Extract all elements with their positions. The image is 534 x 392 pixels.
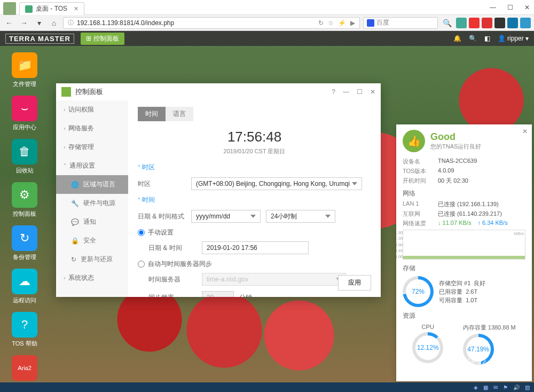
extensions xyxy=(456,18,531,28)
chevron-right-icon: › xyxy=(64,144,65,150)
sidebar-item-access[interactable]: ›访问权限 xyxy=(56,100,128,119)
sidebar-item-network[interactable]: ›网络服务 xyxy=(56,119,128,138)
topbar-app[interactable]: ⊞ 控制面板 xyxy=(81,33,124,45)
tray-icon[interactable]: ▦ xyxy=(483,385,488,390)
dash-close-icon[interactable]: ✕ xyxy=(522,128,528,135)
ext-icon-1[interactable] xyxy=(456,18,467,28)
heading-network: 网络 xyxy=(403,189,525,198)
topbar-app-label: 控制面板 xyxy=(93,34,119,43)
section-timezone[interactable]: 时区 xyxy=(138,163,371,172)
app-icon: ⌣ xyxy=(12,96,37,121)
icon-label: 备份管理 xyxy=(13,253,36,261)
window-maximize-icon[interactable]: ☐ xyxy=(506,4,514,11)
back-icon[interactable]: ← xyxy=(3,17,15,29)
sidebar-item-status[interactable]: ›系统状态 xyxy=(56,269,128,287)
forward-icon[interactable]: → xyxy=(18,17,30,29)
icon-label: 应用中心 xyxy=(13,123,36,131)
status-good: Good xyxy=(430,131,481,143)
timefmt-select[interactable]: 24小时制 xyxy=(266,210,335,223)
app-icon: 📁 xyxy=(12,52,37,78)
win-max-icon[interactable]: ☐ xyxy=(357,88,363,96)
flash-icon[interactable]: ⚡ xyxy=(338,19,346,27)
section-time[interactable]: 时间 xyxy=(138,195,371,205)
bell-icon[interactable]: 🔔 xyxy=(453,35,461,42)
tab-time[interactable]: 时间 xyxy=(138,107,166,121)
play-icon[interactable]: ▶ xyxy=(350,19,355,27)
datetime-input[interactable] xyxy=(202,241,309,254)
browser-tab[interactable]: 桌面 - TOS ✕ xyxy=(19,2,84,15)
lock-icon: 🔒 xyxy=(71,237,79,245)
window-close-icon[interactable]: ✕ xyxy=(523,4,531,11)
radio-auto[interactable] xyxy=(138,261,145,268)
app-icon: ↻ xyxy=(12,225,37,251)
tab-language[interactable]: 语言 xyxy=(166,107,193,121)
desktop-icon[interactable]: Aria2Aria2 xyxy=(7,355,42,382)
settings-sidebar: ›访问权限 ›网络服务 ›存储管理 ˅通用设置 🌐区域与语言 🔧硬件与电源 💬通… xyxy=(56,100,128,297)
upload-speed: ↑ 6.34 KB/s xyxy=(477,219,507,228)
label-timezone: 时区 xyxy=(138,179,186,189)
os-taskbar: ◈ ▦ ✉ ⚑ 🔊 ▧ xyxy=(0,382,534,392)
storage-ring: 72% xyxy=(403,276,434,307)
desktop-icon[interactable]: 🗑回收站 xyxy=(7,139,42,175)
datefmt-select[interactable]: yyyy/mm/dd xyxy=(191,210,261,223)
sidebar-sub-notify[interactable]: 💬通知 xyxy=(56,213,128,231)
help-icon[interactable]: ? xyxy=(332,88,335,96)
desktop-icon[interactable]: ⌣应用中心 xyxy=(7,96,42,131)
search-icon[interactable]: 🔍 xyxy=(441,17,453,29)
control-panel-window: 控制面板 ? — ☐ ✕ ›访问权限 ›网络服务 ›存储管理 ˅通用设置 🌐区域… xyxy=(56,83,381,297)
sidebar-sub-update[interactable]: ↻更新与还原 xyxy=(56,250,128,269)
tray-icon[interactable]: ◈ xyxy=(474,385,478,390)
star-icon[interactable]: ☆ xyxy=(328,19,334,27)
ext-icon-2[interactable] xyxy=(469,18,480,28)
sidebar-item-general[interactable]: ˅通用设置 xyxy=(56,156,128,175)
ext-icon-4[interactable] xyxy=(494,18,505,28)
url-bar[interactable]: ⓘ 192.168.1.139:8181/4.0/index.php ↻ ☆ ⚡… xyxy=(63,17,360,29)
desktop-icon[interactable]: 📁文件管理 xyxy=(7,52,42,88)
window-minimize-icon[interactable]: — xyxy=(489,4,497,11)
desktop-icon[interactable]: ?TOS 帮助 xyxy=(7,312,42,348)
internet-status: 已连接 (61.140.239.217) xyxy=(438,210,525,218)
search-top-icon[interactable]: 🔍 xyxy=(469,35,477,42)
ext-icon-3[interactable] xyxy=(482,18,492,28)
window-title-bar[interactable]: 控制面板 ? — ☐ ✕ xyxy=(56,83,381,100)
apply-button[interactable]: 应用 xyxy=(338,275,371,291)
app-icon: Aria2 xyxy=(12,355,37,381)
tray-icon[interactable]: ✉ xyxy=(493,385,498,390)
search-bar[interactable]: 百度 xyxy=(363,17,438,29)
win-close-icon[interactable]: ✕ xyxy=(370,88,375,96)
device-name: TNAS-2CC639 xyxy=(438,158,525,166)
browser-avatar xyxy=(3,2,16,15)
thumbs-up-icon: 👍 xyxy=(403,130,425,152)
icon-label: 远程访问 xyxy=(13,296,36,304)
win-min-icon[interactable]: — xyxy=(343,88,349,96)
tray-icon[interactable]: 🔊 xyxy=(513,385,520,390)
desktop-icon[interactable]: ⚙控制面板 xyxy=(7,182,42,218)
chevron-down-icon: ˅ xyxy=(64,163,66,169)
user-menu[interactable]: 👤 ripper ▾ xyxy=(498,35,529,42)
status-sub: 您的TNAS运行良好 xyxy=(430,143,481,151)
dropdown-icon[interactable]: ▾ xyxy=(33,17,45,29)
favicon xyxy=(25,5,33,13)
tray-icon[interactable]: ⚑ xyxy=(503,385,508,390)
reload-icon[interactable]: ↻ xyxy=(318,19,324,27)
desktop-icon[interactable]: ☁远程访问 xyxy=(7,269,42,304)
sidebar-sub-hardware[interactable]: 🔧硬件与电源 xyxy=(56,194,128,213)
icon-label: 控制面板 xyxy=(13,210,36,218)
ext-icon-6[interactable] xyxy=(520,18,531,28)
tab-close-icon[interactable]: ✕ xyxy=(74,5,78,12)
widgets-icon[interactable]: ◧ xyxy=(484,35,490,42)
info-icon: ⓘ xyxy=(68,19,74,27)
home-icon[interactable]: ⌂ xyxy=(48,17,60,29)
desktop-icon[interactable]: ↻备份管理 xyxy=(7,225,42,261)
tray-icon[interactable]: ▧ xyxy=(525,385,530,390)
ext-icon-5[interactable] xyxy=(507,18,518,28)
settings-content: 时间 语言 17:56:48 2019/01/20 CST 星期日 时区 时区 … xyxy=(128,100,381,297)
sidebar-sub-security[interactable]: 🔒安全 xyxy=(56,231,128,250)
sidebar-sub-region[interactable]: 🌐区域与语言 xyxy=(56,175,128,194)
radio-manual[interactable] xyxy=(138,229,145,236)
user-label: ripper xyxy=(507,35,524,42)
sidebar-item-storage[interactable]: ›存储管理 xyxy=(56,138,128,156)
radio-auto-label: 自动与时间服务器同步 xyxy=(148,260,212,269)
timezone-select[interactable]: (GMT+08:00) Beijing, Chongqing, Hong Kon… xyxy=(191,177,362,190)
icon-label: 回收站 xyxy=(16,167,34,175)
